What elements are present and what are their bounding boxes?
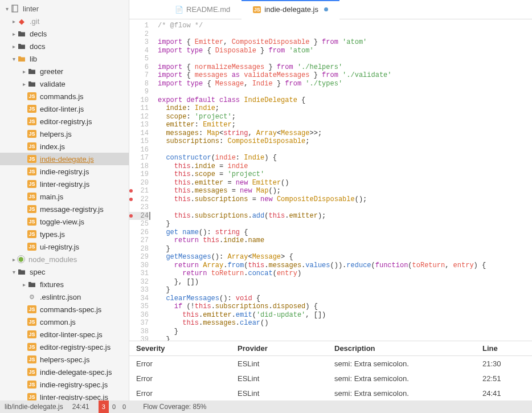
tree-item-editor-registry-spec-js[interactable]: JSeditor-registry-spec.js (0, 341, 129, 353)
code-line[interactable]: this.subscriptions.add(this.emitter); (158, 212, 532, 220)
tree-item-editor-linter-spec-js[interactable]: JSeditor-linter-spec.js (0, 328, 129, 341)
gutter-line[interactable]: 33 (129, 286, 149, 295)
col-header-provider[interactable]: Provider (238, 344, 334, 353)
code-line[interactable]: this.messages.clear() (158, 319, 532, 328)
gutter-line[interactable]: 27 (129, 236, 149, 245)
tree-item-greeter[interactable]: ▸greeter (0, 65, 129, 77)
tree-item-main-js[interactable]: JSmain.js (0, 190, 129, 203)
code-line[interactable] (158, 88, 532, 96)
diagnostic-row[interactable]: ErrorESLintsemi: Extra semicolon.24:41 (129, 386, 532, 400)
tree-item-fixtures[interactable]: ▸fixtures (0, 278, 129, 291)
gutter-line[interactable]: 22 (129, 195, 149, 204)
code-line[interactable]: indie: Indie; (158, 104, 532, 113)
gutter-line[interactable]: 34 (129, 295, 149, 303)
gutter-line[interactable]: 31 (129, 269, 149, 278)
gutter-line[interactable]: 16 (129, 146, 149, 154)
gutter-line[interactable]: 12 (129, 113, 149, 121)
code-line[interactable]: import type { Disposable } from 'atom' (158, 47, 532, 55)
tree-item-indie-registry-spec-js[interactable]: JSindie-registry-spec.js (0, 378, 129, 391)
gutter-line[interactable]: 6 (129, 63, 149, 72)
code-line[interactable]: } (158, 220, 532, 228)
code-line[interactable]: scope: 'project'; (158, 113, 532, 121)
tree-item-indie-registry-js[interactable]: JSindie-registry.js (0, 165, 129, 178)
status-error-count[interactable]: 3 (99, 400, 109, 413)
tree-item-indie-delegate-js[interactable]: JSindie-delegate.js (0, 153, 129, 165)
tree-item-linter-registry-spec-js[interactable]: JSlinter-registry-spec.js (0, 391, 129, 400)
tree-item-validate[interactable]: ▸validate (0, 77, 129, 90)
code-line[interactable] (158, 55, 532, 63)
tree-item-spec[interactable]: ▾spec (0, 265, 129, 278)
tree-item-editor-linter-js[interactable]: JSeditor-linter.js (0, 103, 129, 115)
code-line[interactable]: this.messages = new Map(); (158, 187, 532, 195)
tree-item-node-modules[interactable]: ▸⬢node_modules (0, 253, 129, 265)
tree-item-toggle-view-js[interactable]: JStoggle-view.js (0, 215, 129, 228)
tree-item-helpers-js[interactable]: JShelpers.js (0, 128, 129, 140)
tree-item-commands-spec-js[interactable]: JScommands-spec.js (0, 303, 129, 316)
code-line[interactable]: import { Emitter, CompositeDisposable } … (158, 38, 532, 47)
gutter-line[interactable]: 25 (129, 220, 149, 228)
status-warning-count[interactable]: 0 (109, 400, 119, 413)
gutter-line[interactable]: 1 (129, 22, 149, 30)
gutter-line[interactable]: 15 (129, 137, 149, 146)
tree-root[interactable]: ▾ linter (0, 2, 129, 15)
gutter-line[interactable]: 26 (129, 228, 149, 237)
gutter-line[interactable]: 13 (129, 121, 149, 129)
gutter-line[interactable]: 37 (129, 319, 149, 328)
gutter-line[interactable]: 20 (129, 179, 149, 187)
gutter-line[interactable]: 5 (129, 55, 149, 63)
gutter-line[interactable]: 10 (129, 96, 149, 105)
code-line[interactable] (158, 146, 532, 154)
tab-readme-md[interactable]: 📄README.md (163, 0, 242, 19)
tree-item-lib[interactable]: ▾lib (0, 52, 129, 65)
code-line[interactable]: emitter: Emitter; (158, 121, 532, 129)
code-line[interactable]: this.subscriptions = new CompositeDispos… (158, 195, 532, 204)
gutter-line[interactable]: 7 (129, 71, 149, 80)
code-line[interactable]: return toReturn.concat(entry) (158, 269, 532, 278)
code-editor[interactable]: 1234567891011121314151617181920212223242… (129, 19, 532, 341)
code-line[interactable]: this.emitter = new Emitter() (158, 179, 532, 187)
code-line[interactable]: import { normalizeMessages } from './hel… (158, 63, 532, 72)
gutter-line[interactable]: 28 (129, 245, 149, 253)
tab-indie-delegate-js[interactable]: JSindie-delegate.js (242, 0, 339, 19)
code-line[interactable]: return this.indie.name (158, 236, 532, 245)
code-line[interactable]: import { messages as validateMessages } … (158, 71, 532, 80)
gutter-line[interactable]: 30 (129, 261, 149, 270)
code-line[interactable]: messages: Map<string, Array<Message>>; (158, 129, 532, 138)
col-header-line[interactable]: Line (482, 344, 532, 353)
code-line[interactable]: get name(): string { (158, 228, 532, 237)
gutter-line[interactable]: 23 (129, 203, 149, 212)
gutter-line[interactable]: 2 (129, 30, 149, 39)
gutter-line[interactable]: 4 (129, 47, 149, 55)
code-line[interactable]: this.scope = 'project' (158, 170, 532, 179)
gutter-line[interactable]: 35 (129, 302, 149, 311)
code-line[interactable]: /* @flow */ (158, 22, 532, 30)
tree-item-linter-registry-js[interactable]: JSlinter-registry.js (0, 178, 129, 190)
status-file-path[interactable]: lib/indie-delegate.js (0, 403, 63, 411)
gutter-line[interactable]: 32 (129, 278, 149, 287)
tree-item-common-js[interactable]: JScommon.js (0, 316, 129, 328)
gutter-line[interactable]: 36 (129, 311, 149, 320)
code-line[interactable]: return Array.from(this.messages.values()… (158, 261, 532, 270)
col-header-description[interactable]: Description (334, 344, 482, 353)
code-line[interactable]: clearMessages(): void { (158, 295, 532, 303)
col-header-severity[interactable]: Severity (129, 344, 238, 353)
gutter-line[interactable]: 3 (129, 38, 149, 47)
gutter-line[interactable]: 11 (129, 104, 149, 113)
code-line[interactable]: export default class IndieDelegate { (158, 96, 532, 105)
code-content[interactable]: /* @flow */import { Emitter, CompositeDi… (152, 19, 532, 341)
tree-item-helpers-spec-js[interactable]: JShelpers-spec.js (0, 353, 129, 366)
gutter-line[interactable]: 14 (129, 129, 149, 138)
code-line[interactable]: } (158, 336, 532, 341)
tree-item-commands-js[interactable]: JScommands.js (0, 90, 129, 103)
code-line[interactable]: } (158, 245, 532, 253)
code-line[interactable]: getMessages(): Array<Message> { (158, 253, 532, 261)
tree-item-types-js[interactable]: JStypes.js (0, 228, 129, 240)
tree-item-editor-registry-js[interactable]: JSeditor-registry.js (0, 115, 129, 128)
gutter-line[interactable]: 39 (129, 336, 149, 341)
diagnostic-row[interactable]: ErrorESLintsemi: Extra semicolon.22:51 (129, 371, 532, 386)
gutter-line[interactable]: 9 (129, 88, 149, 96)
code-line[interactable]: this.indie = indie (158, 162, 532, 171)
status-flow-coverage[interactable]: Flow Coverage: 85% (129, 403, 206, 411)
code-line[interactable]: import type { Message, Indie } from './t… (158, 80, 532, 88)
gutter-line[interactable]: 8 (129, 80, 149, 88)
